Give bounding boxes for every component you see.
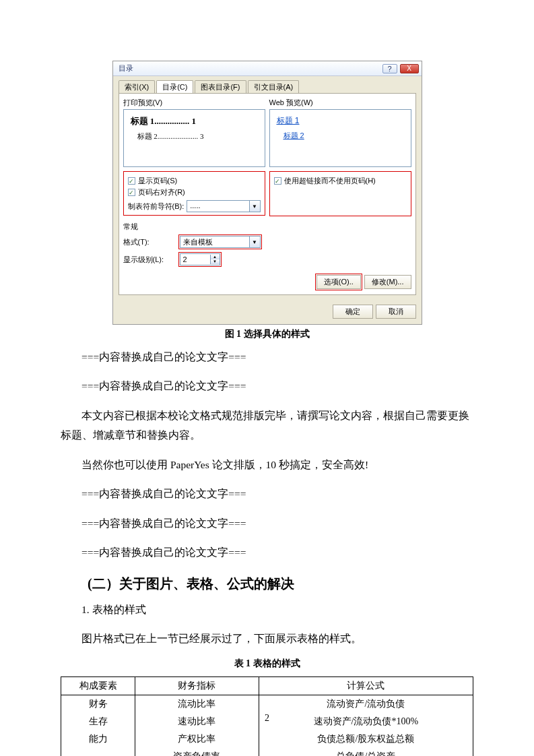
- tab-leader-combo[interactable]: ..... ▼: [187, 200, 260, 212]
- paragraph: ===内容替换成自己的论文文字===: [61, 513, 473, 533]
- tab-figure-list[interactable]: 图表目录(F): [195, 80, 246, 93]
- paragraph: ===内容替换成自己的论文文字===: [61, 347, 473, 367]
- web-preview-label: Web 预览(W): [269, 98, 411, 108]
- table-cell: 负债总额/股东权益总额: [259, 730, 473, 748]
- tab-index[interactable]: 索引(X): [119, 80, 156, 93]
- table-header: 财务指标: [135, 677, 259, 695]
- show-level-spinner[interactable]: 2 ▲▼: [180, 253, 220, 265]
- format-combo[interactable]: 来自模板 ▼: [180, 236, 261, 248]
- chevron-down-icon: ▼: [249, 201, 260, 212]
- checkbox-icon: ✓: [128, 189, 135, 196]
- dialog-close-button[interactable]: X: [400, 64, 419, 73]
- right-align-checkbox[interactable]: ✓ 页码右对齐(R): [128, 187, 261, 197]
- paragraph: 本文内容已根据本校论文格式规范排版完毕，请撰写论文内容，根据自己需要更换标题、增…: [61, 406, 473, 445]
- table-cell: [61, 748, 135, 756]
- format-label: 格式(T):: [123, 237, 176, 247]
- table-header: 构成要素: [61, 677, 135, 695]
- dialog-titlebar: 目录 ? X: [113, 61, 422, 76]
- hyperlink-option: ✓ 使用超链接而不使用页码(H): [269, 171, 411, 216]
- chevron-down-icon: ▼: [211, 259, 220, 264]
- page-number-options: ✓ 显示页码(S) ✓ 页码右对齐(R) 制表符前导符(B): ..... ▼: [123, 171, 265, 216]
- checkbox-icon: ✓: [274, 177, 281, 185]
- use-hyperlink-checkbox[interactable]: ✓ 使用超链接而不使用页码(H): [274, 176, 407, 186]
- show-page-numbers-checkbox[interactable]: ✓ 显示页码(S): [128, 176, 261, 186]
- print-preview: 标题 1................ 1 标题 2.............…: [123, 109, 265, 167]
- cancel-button[interactable]: 取消: [376, 305, 416, 319]
- general-header: 常规: [123, 222, 411, 232]
- dialog-tabs: 索引(X) 目录(C) 图表目录(F) 引文目录(A): [113, 76, 422, 93]
- modify-button[interactable]: 修改(M)...: [364, 275, 411, 289]
- tab-citation-list[interactable]: 引文目录(A): [248, 80, 300, 93]
- tab-toc[interactable]: 目录(C): [156, 80, 193, 93]
- paragraph: ===内容替换成自己的论文文字===: [61, 542, 473, 562]
- chevron-down-icon: ▼: [249, 237, 260, 247]
- web-preview-link-2[interactable]: 标题 2: [283, 131, 304, 139]
- checkbox-icon: ✓: [128, 177, 135, 185]
- heading-level-2: (二）关于图片、表格、公式的解决: [61, 575, 473, 593]
- options-button[interactable]: 选项(O)..: [316, 275, 361, 289]
- paragraph: ===内容替换成自己的论文文字===: [61, 484, 473, 503]
- toc-dialog: 目录 ? X 索引(X) 目录(C) 图表目录(F) 引文目录(A) 打印预览(…: [112, 61, 422, 325]
- table-header: 计算公式: [259, 677, 473, 695]
- page-number: 2: [0, 713, 534, 724]
- table-cell: 财务: [61, 695, 135, 714]
- table-cell: 产权比率: [135, 730, 259, 748]
- heading-level-3: 1. 表格的样式: [61, 600, 473, 619]
- table-cell: 资产负债率: [135, 748, 259, 756]
- dialog-help-button[interactable]: ?: [382, 64, 397, 73]
- dialog-body: 打印预览(V) 标题 1................ 1 标题 2.....…: [119, 93, 416, 295]
- paragraph: ===内容替换成自己的论文文字===: [61, 376, 473, 396]
- web-preview-link-1[interactable]: 标题 1: [277, 116, 300, 125]
- show-level-label: 显示级别(L):: [123, 255, 176, 265]
- tab-leader-label: 制表符前导符(B):: [128, 201, 185, 212]
- table-cell: 流动资产/流动负债: [259, 695, 473, 714]
- table-cell: 能力: [61, 730, 135, 748]
- web-preview: 标题 1 标题 2: [269, 109, 411, 167]
- dialog-title-text: 目录: [119, 63, 133, 73]
- table-cell: 流动比率: [135, 695, 259, 714]
- table-cell: 总负债/总资产: [259, 748, 473, 756]
- ok-button[interactable]: 确定: [333, 305, 373, 319]
- paragraph: 当然你也可以使用 PaperYes 论文排版，10 秒搞定，安全高效!: [61, 455, 473, 474]
- chevron-up-icon: ▲: [211, 255, 220, 259]
- print-preview-label: 打印预览(V): [123, 98, 265, 108]
- table-caption: 表 1 表格的样式: [61, 658, 473, 670]
- paragraph: 图片格式已在上一节已经展示过了，下面展示表格的样式。: [61, 629, 473, 648]
- figure-caption: 图 1 选择具体的样式: [61, 328, 473, 340]
